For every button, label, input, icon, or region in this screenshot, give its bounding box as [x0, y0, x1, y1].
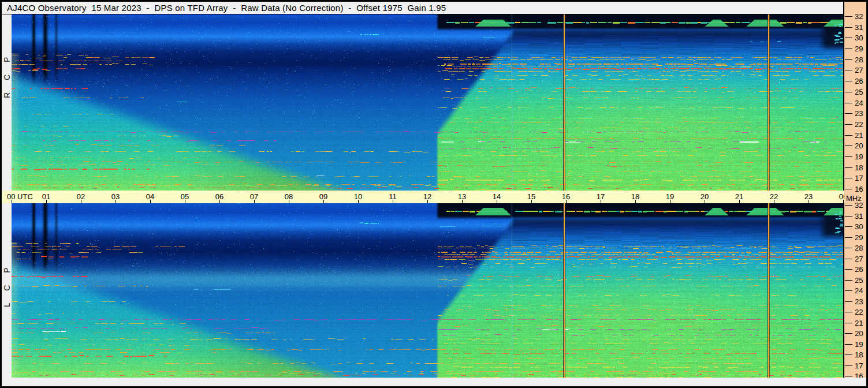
freq-tick-label: 31 [855, 23, 863, 32]
freq-tick-label: 16 [855, 185, 863, 193]
title-bar: AJ4CO Observatory 15 Mar 2023 - DPS on T… [2, 2, 843, 14]
freq-tick-label: 30 [855, 222, 863, 231]
freq-tick-label: 30 [855, 33, 863, 42]
freq-tick-label: 19 [855, 340, 863, 349]
time-label: 17 [597, 192, 605, 201]
freq-tick-label: 21 [855, 131, 863, 140]
page-title: AJ4CO Observatory 15 Mar 2023 - DPS on T… [2, 3, 446, 13]
freq-tick-label: 32 [855, 201, 863, 210]
time-label: 15 [527, 192, 535, 201]
freq-tick-label: 29 [855, 233, 863, 242]
time-label: 19 [666, 192, 674, 201]
freq-tick [845, 38, 852, 38]
freq-tick [845, 205, 852, 206]
freq-tick-label: 25 [855, 276, 863, 285]
freq-tick [845, 135, 852, 136]
freq-tick-label: 18 [855, 163, 863, 172]
time-label: 04 [146, 192, 154, 201]
freq-tick-label: 23 [855, 109, 863, 118]
freq-tick-label: 28 [855, 55, 863, 64]
freq-tick [845, 216, 852, 217]
freq-tick-label: 17 [855, 361, 863, 370]
time-label: 22 [770, 192, 778, 201]
freq-tick [845, 365, 852, 366]
time-label: 05 [181, 192, 189, 201]
freq-tick-label: 22 [855, 120, 863, 129]
freq-tick [845, 376, 852, 376]
time-label: 18 [631, 192, 639, 201]
time-label: 07 [250, 192, 258, 201]
freq-tick [845, 344, 852, 345]
time-axis: 00 UTC0102030405060708091011121314151617… [2, 191, 844, 203]
lcp-polarization-label: L C P [2, 281, 12, 307]
time-label: 00 UTC [7, 192, 33, 201]
freq-tick [845, 259, 852, 259]
freq-tick [845, 113, 852, 114]
freq-tick [845, 167, 852, 168]
freq-tick [845, 92, 852, 92]
freq-tick-label: 24 [855, 286, 863, 295]
freq-tick-label: 27 [855, 255, 863, 263]
freq-tick-label: 28 [855, 244, 863, 252]
time-label: 02 [77, 192, 85, 201]
time-label: 23 [804, 192, 813, 201]
freq-tick [845, 269, 852, 270]
time-label: 16 [562, 192, 570, 201]
bottom-margin-strip [2, 378, 866, 386]
freq-tick-label: 17 [855, 174, 863, 182]
time-label: 03 [111, 192, 120, 201]
freq-tick-label: 21 [855, 319, 863, 327]
freq-tick-label: 20 [855, 329, 863, 338]
frequency-axis-column: MHz 323130292827262524232221201918171632… [844, 2, 866, 378]
freq-tick [845, 178, 852, 178]
time-label: 06 [215, 192, 223, 201]
freq-tick [845, 70, 852, 70]
spectrogram-rcp-canvas [12, 14, 843, 191]
freq-tick [845, 16, 852, 17]
freq-tick [845, 189, 852, 189]
freq-tick [845, 248, 852, 248]
time-label: 13 [458, 192, 466, 201]
freq-tick [845, 146, 852, 146]
freq-tick-label: 22 [855, 308, 863, 316]
freq-tick-label: 27 [855, 66, 863, 74]
freq-tick [845, 312, 852, 312]
freq-tick-label: 23 [855, 297, 863, 306]
freq-tick-label: 24 [855, 99, 863, 107]
freq-tick-label: 25 [855, 88, 863, 96]
rcp-label-gutter: R C P [2, 14, 12, 191]
lcp-label-gutter: L C P [2, 203, 12, 378]
freq-tick [845, 156, 852, 157]
freq-tick [845, 237, 852, 238]
freq-tick-label: 20 [855, 141, 863, 150]
freq-tick-label: 29 [855, 44, 863, 53]
freq-tick-label: 31 [855, 212, 863, 221]
time-label: 09 [319, 192, 327, 201]
freq-tick-label: 18 [855, 350, 863, 359]
freq-tick-label: 26 [855, 265, 863, 274]
time-label: 21 [735, 192, 743, 201]
spectrogram-lcp-canvas [12, 203, 843, 378]
time-label: 01 [42, 192, 50, 201]
freq-tick [845, 103, 852, 103]
freq-tick-label: 19 [855, 152, 863, 161]
time-label: 20 [701, 192, 709, 201]
freq-tick [845, 48, 852, 49]
freq-tick [845, 290, 852, 291]
freq-tick [845, 355, 852, 355]
time-label: 11 [389, 192, 397, 201]
freq-tick-label: 26 [855, 77, 863, 85]
freq-tick [845, 27, 852, 28]
freq-tick [845, 124, 852, 125]
freq-tick-label: 32 [855, 12, 863, 21]
freq-tick [845, 333, 852, 334]
time-label: 12 [423, 192, 431, 201]
rcp-polarization-label: R C P [2, 72, 12, 98]
time-label: 10 [354, 192, 362, 201]
app-window: AJ4CO Observatory 15 Mar 2023 - DPS on T… [0, 0, 868, 388]
freq-tick [845, 323, 852, 323]
freq-tick [845, 280, 852, 281]
freq-tick [845, 59, 852, 60]
freq-tick [845, 81, 852, 81]
time-label: 08 [285, 192, 293, 201]
